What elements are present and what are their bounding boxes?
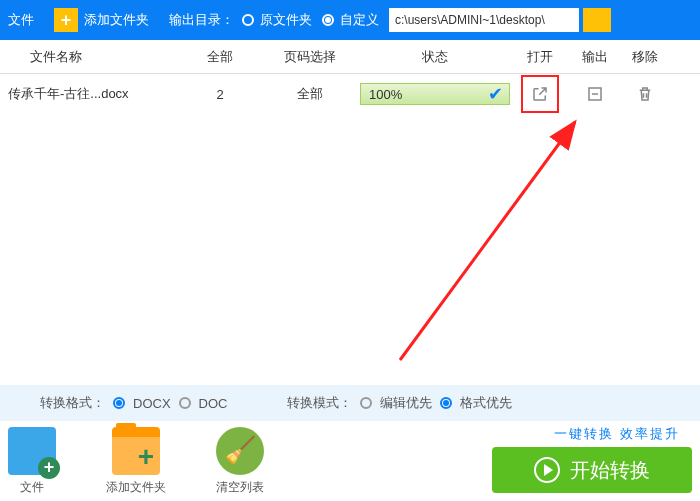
trash-icon (636, 85, 654, 103)
open-button[interactable] (527, 81, 553, 107)
remove-button[interactable] (632, 81, 658, 107)
add-folder-icon[interactable]: + (54, 8, 78, 32)
header-all: 全部 (180, 48, 260, 66)
file-menu[interactable]: 文件 (8, 11, 34, 29)
radio-icon[interactable] (440, 397, 452, 409)
add-file-action[interactable]: 文件 (8, 427, 56, 496)
add-folder-action-label: 添加文件夹 (106, 479, 166, 496)
header-remove: 移除 (620, 48, 670, 66)
clear-list-action[interactable]: 清空列表 (216, 427, 264, 496)
radio-icon[interactable] (113, 397, 125, 409)
header-filename: 文件名称 (0, 48, 180, 66)
cell-page-select[interactable]: 全部 (260, 85, 360, 103)
top-toolbar: 文件 + 添加文件夹 输出目录： 原文件夹 自定义 (0, 0, 700, 40)
radio-icon[interactable] (360, 397, 372, 409)
output-dir-label: 输出目录： (169, 11, 234, 29)
mode-format[interactable]: 格式优先 (460, 394, 512, 412)
cell-count: 2 (180, 87, 260, 102)
radio-icon (242, 14, 254, 26)
header-output: 输出 (570, 48, 620, 66)
cell-open (510, 75, 570, 113)
radio-custom-label: 自定义 (340, 11, 379, 29)
radio-original-folder[interactable]: 原文件夹 (242, 11, 312, 29)
mode-label: 转换模式： (287, 394, 352, 412)
radio-icon[interactable] (179, 397, 191, 409)
open-highlight-box (521, 75, 559, 113)
add-file-icon (8, 427, 56, 475)
header-status: 状态 (360, 48, 510, 66)
table-header: 文件名称 全部 页码选择 状态 打开 输出 移除 (0, 40, 700, 74)
add-folder-label[interactable]: 添加文件夹 (84, 11, 149, 29)
header-page: 页码选择 (260, 48, 360, 66)
settings-bar: 转换格式： DOCX DOC 转换模式： 编辑优先 格式优先 (0, 385, 700, 421)
output-path-input[interactable] (389, 8, 579, 32)
add-folder-big-icon (112, 427, 160, 475)
format-group: 转换格式： DOCX DOC (40, 394, 227, 412)
mode-group: 转换模式： 编辑优先 格式优先 (287, 394, 512, 412)
check-icon: ✔ (488, 83, 503, 105)
clear-list-label: 清空列表 (216, 479, 264, 496)
header-open: 打开 (510, 48, 570, 66)
annotation-arrow (340, 110, 600, 370)
save-icon (586, 85, 604, 103)
start-convert-button[interactable]: 开始转换 (492, 447, 692, 493)
cell-filename[interactable]: 传承千年-古往...docx (0, 85, 180, 103)
external-link-icon (531, 85, 549, 103)
cell-output (570, 81, 620, 107)
add-folder-action[interactable]: 添加文件夹 (106, 427, 166, 496)
play-icon (534, 457, 560, 483)
progress-text: 100% (369, 87, 402, 102)
slogan-text: 一键转换 效率提升 (554, 425, 680, 443)
svg-line-2 (400, 122, 575, 360)
cell-status: 100% ✔ (360, 83, 510, 105)
browse-folder-icon[interactable] (583, 8, 611, 32)
radio-custom-folder[interactable]: 自定义 (322, 11, 379, 29)
radio-icon (322, 14, 334, 26)
radio-original-label: 原文件夹 (260, 11, 312, 29)
table-row: 传承千年-古往...docx 2 全部 100% ✔ (0, 74, 700, 114)
mode-edit[interactable]: 编辑优先 (380, 394, 432, 412)
format-docx[interactable]: DOCX (133, 396, 171, 411)
broom-icon (216, 427, 264, 475)
format-doc[interactable]: DOC (199, 396, 228, 411)
add-file-label: 文件 (20, 479, 44, 496)
output-button[interactable] (582, 81, 608, 107)
format-label: 转换格式： (40, 394, 105, 412)
cell-remove (620, 81, 670, 107)
start-button-label: 开始转换 (570, 457, 650, 484)
progress-bar: 100% ✔ (360, 83, 510, 105)
